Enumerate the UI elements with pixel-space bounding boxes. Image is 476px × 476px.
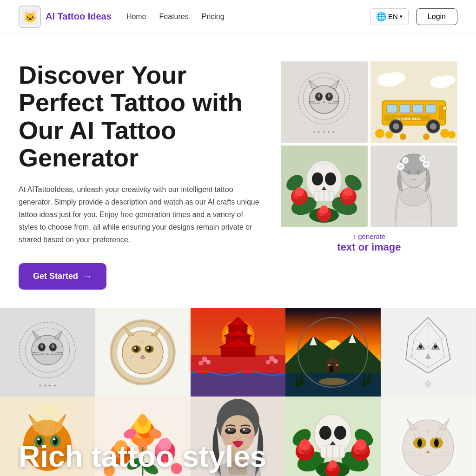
svg-point-191 — [138, 414, 147, 427]
svg-point-63 — [325, 172, 336, 185]
gallery-item-lion — [95, 308, 191, 397]
hero-image-grid: ✦ ✦ ✦ ✦ ✦ — [281, 61, 457, 227]
svg-text:✦ ✦ ✦ ✦: ✦ ✦ ✦ ✦ — [38, 383, 57, 388]
gallery-item-cat-mandala: ✦ ✦ ✦ ✦ — [0, 308, 95, 397]
svg-rect-32 — [400, 105, 410, 113]
svg-point-110 — [134, 347, 136, 349]
hero-image-woman — [370, 145, 457, 227]
svg-point-111 — [147, 347, 149, 349]
svg-point-91 — [40, 344, 43, 348]
hero-image-skull — [281, 145, 368, 227]
svg-point-81 — [421, 157, 424, 160]
nav-left: 🐱 AI Tattoo Ideas Home Features Pricing — [19, 6, 225, 28]
hero-image-bus: SCHOOL BUS — [370, 61, 457, 143]
svg-point-133 — [265, 359, 270, 364]
svg-text:🐱: 🐱 — [24, 11, 37, 23]
svg-point-24 — [375, 129, 384, 138]
svg-point-131 — [206, 359, 211, 364]
svg-rect-42 — [443, 107, 447, 110]
svg-point-41 — [430, 123, 436, 130]
svg-rect-128 — [191, 373, 286, 396]
get-started-button[interactable]: Get Started → — [19, 263, 106, 290]
get-started-label: Get Started — [33, 271, 78, 281]
nav-right: 🌐 EN ▾ Login — [370, 8, 457, 25]
svg-point-161 — [419, 345, 423, 349]
logo-icon: 🐱 — [19, 6, 41, 28]
svg-point-23 — [439, 75, 456, 85]
svg-point-134 — [273, 358, 278, 363]
language-selector[interactable]: 🌐 EN ▾ — [370, 8, 409, 25]
logo-svg: 🐱 — [21, 8, 38, 25]
gallery-section: ✦ ✦ ✦ ✦ — [0, 308, 476, 476]
chevron-down-icon: ▾ — [400, 13, 403, 20]
nav-pricing[interactable]: Pricing — [202, 13, 225, 21]
hero-section: Discover Your Perfect Tattoo with Our AI… — [0, 33, 476, 308]
svg-point-82 — [400, 187, 428, 206]
logo[interactable]: 🐱 AI Tattoo Ideas — [19, 6, 112, 28]
svg-point-162 — [434, 345, 437, 349]
svg-point-113 — [132, 355, 133, 357]
svg-point-5 — [309, 86, 339, 113]
svg-rect-31 — [387, 105, 397, 113]
gallery-item-geometric — [381, 308, 476, 397]
svg-point-73 — [416, 170, 420, 175]
svg-point-79 — [424, 162, 428, 166]
hero-title: Discover Your Perfect Tattoo with Our AI… — [19, 61, 262, 172]
svg-point-109 — [147, 346, 152, 352]
svg-point-114 — [129, 357, 131, 358]
svg-point-116 — [154, 357, 156, 358]
svg-point-115 — [152, 355, 154, 357]
svg-point-75 — [399, 165, 403, 168]
gallery-grid-top: ✦ ✦ ✦ ✦ — [0, 308, 476, 397]
gallery-item-mountain — [285, 308, 381, 397]
svg-point-25 — [385, 131, 393, 139]
svg-rect-150 — [328, 364, 331, 366]
svg-point-72 — [407, 170, 411, 175]
hero-images: ✦ ✦ ✦ ✦ ✦ — [281, 61, 457, 253]
svg-rect-34 — [426, 105, 436, 113]
navbar: 🐱 AI Tattoo Ideas Home Features Pricing … — [0, 0, 476, 33]
svg-point-29 — [423, 133, 430, 140]
svg-point-39 — [393, 123, 399, 130]
svg-point-77 — [404, 159, 407, 162]
svg-point-130 — [198, 360, 203, 365]
generate-main-text: text or image — [281, 241, 457, 253]
generate-label: ↑ generate text or image — [281, 232, 457, 253]
gallery-item-pagoda — [191, 308, 286, 397]
svg-point-11 — [328, 94, 331, 98]
svg-rect-33 — [413, 105, 423, 113]
svg-rect-151 — [336, 364, 338, 366]
nav-links: Home Features Pricing — [126, 13, 225, 21]
svg-point-27 — [448, 131, 456, 139]
language-label: EN — [388, 13, 398, 20]
svg-point-60 — [320, 205, 328, 214]
arrow-right-icon: → — [83, 271, 92, 282]
gallery-overlay-text: Rich tattoo styles — [19, 439, 457, 474]
svg-point-52 — [295, 187, 304, 197]
hero-image-cat: ✦ ✦ ✦ ✦ ✦ — [281, 61, 368, 143]
gallery-row-2-wrapper: Rich tattoo styles — [0, 397, 476, 476]
svg-point-10 — [317, 94, 320, 98]
globe-icon: 🌐 — [376, 12, 386, 22]
nav-features[interactable]: Features — [159, 13, 189, 21]
svg-point-108 — [134, 346, 139, 352]
logo-text: AI Tattoo Ideas — [46, 11, 112, 22]
svg-point-26 — [440, 129, 450, 138]
generate-arrow-icon: ↑ generate — [281, 232, 457, 240]
svg-point-92 — [52, 344, 54, 348]
svg-rect-149 — [330, 366, 333, 372]
gallery-overlay: Rich tattoo styles — [0, 428, 476, 476]
svg-rect-127 — [221, 347, 255, 357]
svg-point-56 — [344, 187, 353, 197]
svg-point-62 — [312, 172, 323, 185]
svg-text:✦ ✦ ✦ ✦ ✦: ✦ ✦ ✦ ✦ ✦ — [312, 130, 336, 134]
svg-point-28 — [400, 133, 406, 140]
hero-description: At AITattooIdeas, unleash your creativit… — [19, 183, 262, 246]
nav-home[interactable]: Home — [126, 13, 146, 21]
login-button[interactable]: Login — [416, 8, 457, 25]
svg-point-142 — [319, 377, 347, 385]
svg-point-103 — [122, 331, 163, 374]
hero-content: Discover Your Perfect Tattoo with Our AI… — [19, 61, 262, 290]
svg-point-21 — [387, 72, 405, 83]
